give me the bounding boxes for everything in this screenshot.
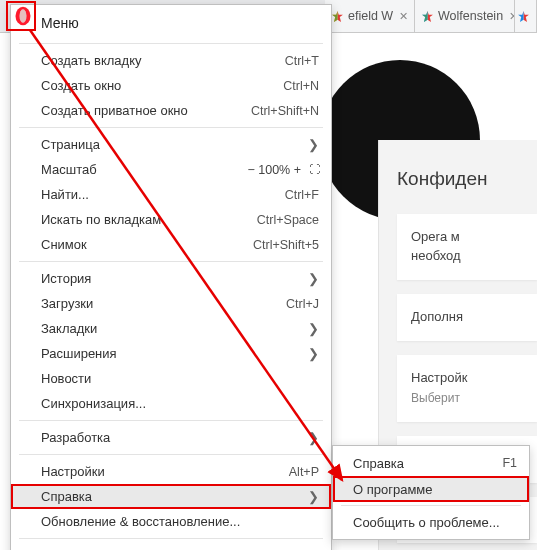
menu-shortcut: Ctrl+T (285, 54, 319, 68)
submenu-item-о-программе[interactable]: О программе (333, 476, 529, 502)
menu-shortcut: Ctrl+F (285, 188, 319, 202)
panel-card[interactable]: Дополня (397, 294, 537, 341)
menu-item-label: Новости (41, 371, 319, 386)
menu-item-label: Закладки (41, 321, 298, 336)
menu-item-label: Масштаб (41, 162, 247, 177)
menu-item-label: Расширения (41, 346, 298, 361)
browser-tab-partial[interactable] (515, 0, 537, 32)
menu-shortcut: Ctrl+Shift+5 (253, 238, 319, 252)
menu-shortcut: Ctrl+N (283, 79, 319, 93)
menu-separator (19, 261, 323, 262)
submenu-item-label: Справка (353, 456, 502, 471)
menu-item-label: Создать окно (41, 78, 273, 93)
menu-separator (19, 454, 323, 455)
menu-item-label: Справка (41, 489, 298, 504)
menu-shortcut: Ctrl+Shift+N (251, 104, 319, 118)
panel-heading: Конфиден (397, 168, 537, 190)
menu-separator (341, 505, 521, 506)
menu-item-страница[interactable]: Страница❯ (11, 132, 331, 157)
menu-item-label: Создать вкладку (41, 53, 275, 68)
menu-title: Меню (11, 9, 331, 39)
menu-item-загрузки[interactable]: ЗагрузкиCtrl+J (11, 291, 331, 316)
panel-card[interactable]: Opera мнеобход (397, 214, 537, 280)
menu-item-разработка[interactable]: Разработка❯ (11, 425, 331, 450)
submenu-item-справка[interactable]: СправкаF1 (333, 450, 529, 476)
fullscreen-icon[interactable]: ⛶ (309, 163, 319, 176)
menu-shortcut: Ctrl+J (286, 297, 319, 311)
menu-item-синхронизация-[interactable]: Синхронизация... (11, 391, 331, 416)
chevron-right-icon: ❯ (308, 271, 319, 286)
menu-item-новости[interactable]: Новости (11, 366, 331, 391)
chevron-right-icon: ❯ (308, 346, 319, 361)
chevron-right-icon: ❯ (308, 321, 319, 336)
menu-separator (19, 420, 323, 421)
chevron-right-icon: ❯ (308, 137, 319, 152)
menu-item-label: Загрузки (41, 296, 276, 311)
menu-item-справка[interactable]: Справка❯ (11, 484, 331, 509)
tab-icon (421, 10, 434, 23)
menu-shortcut: Alt+P (289, 465, 319, 479)
submenu-item-label: О программе (353, 482, 517, 497)
panel-card[interactable]: Настройк Выберит (397, 355, 537, 422)
menu-item-label: Создать приватное окно (41, 103, 241, 118)
tab-icon (331, 10, 344, 23)
menu-item-label: Искать по вкладкам (41, 212, 247, 227)
help-submenu: СправкаF1О программеСообщить о проблеме.… (332, 445, 530, 540)
menu-item-создать-вкладку[interactable]: Создать вкладкуCtrl+T (11, 48, 331, 73)
tab-title: efield W (348, 9, 393, 23)
menu-item-искать-по-вкладкам[interactable]: Искать по вкладкамCtrl+Space (11, 207, 331, 232)
menu-item-обновление-восстановление-[interactable]: Обновление & восстановление... (11, 509, 331, 534)
menu-item-история[interactable]: История❯ (11, 266, 331, 291)
menu-item-label: Обновление & восстановление... (41, 514, 319, 529)
opera-menu-button[interactable] (10, 3, 36, 29)
main-menu-dropdown: Меню Создать вкладкуCtrl+TСоздать окноCt… (10, 4, 332, 550)
menu-item-label: Синхронизация... (41, 396, 319, 411)
menu-item-label: Снимок (41, 237, 243, 252)
menu-item-label: Разработка (41, 430, 298, 445)
menu-shortcut: F1 (502, 456, 517, 470)
menu-item-label: Настройки (41, 464, 279, 479)
chevron-right-icon: ❯ (308, 489, 319, 504)
svg-point-2 (20, 9, 27, 23)
menu-item-выход-из-программы[interactable]: Выход из программы (11, 543, 331, 550)
submenu-item-label: Сообщить о проблеме... (353, 515, 517, 530)
menu-item-создать-окно[interactable]: Создать окноCtrl+N (11, 73, 331, 98)
menu-separator (19, 127, 323, 128)
submenu-item-сообщить-о-проблеме-[interactable]: Сообщить о проблеме... (333, 509, 529, 535)
menu-item-снимок[interactable]: СнимокCtrl+Shift+5 (11, 232, 331, 257)
close-icon[interactable]: ✕ (399, 10, 408, 23)
menu-item-label: История (41, 271, 298, 286)
menu-item-закладки[interactable]: Закладки❯ (11, 316, 331, 341)
zoom-controls[interactable]: − 100% +⛶ (247, 163, 319, 177)
menu-item-label: Страница (41, 137, 298, 152)
browser-tab[interactable]: Wolfenstein ✕ (415, 0, 515, 32)
tab-title: Wolfenstein (438, 9, 503, 23)
menu-separator (19, 43, 323, 44)
chevron-right-icon: ❯ (308, 430, 319, 445)
menu-item-label: Найти... (41, 187, 275, 202)
menu-item-найти-[interactable]: Найти...Ctrl+F (11, 182, 331, 207)
menu-item-расширения[interactable]: Расширения❯ (11, 341, 331, 366)
menu-separator (19, 538, 323, 539)
menu-item-создать-приватное-окно[interactable]: Создать приватное окноCtrl+Shift+N (11, 98, 331, 123)
tab-icon (517, 10, 530, 23)
browser-tab[interactable]: efield W ✕ (325, 0, 415, 32)
menu-shortcut: Ctrl+Space (257, 213, 319, 227)
menu-item-настройки[interactable]: НастройкиAlt+P (11, 459, 331, 484)
menu-item-масштаб[interactable]: Масштаб− 100% +⛶ (11, 157, 331, 182)
